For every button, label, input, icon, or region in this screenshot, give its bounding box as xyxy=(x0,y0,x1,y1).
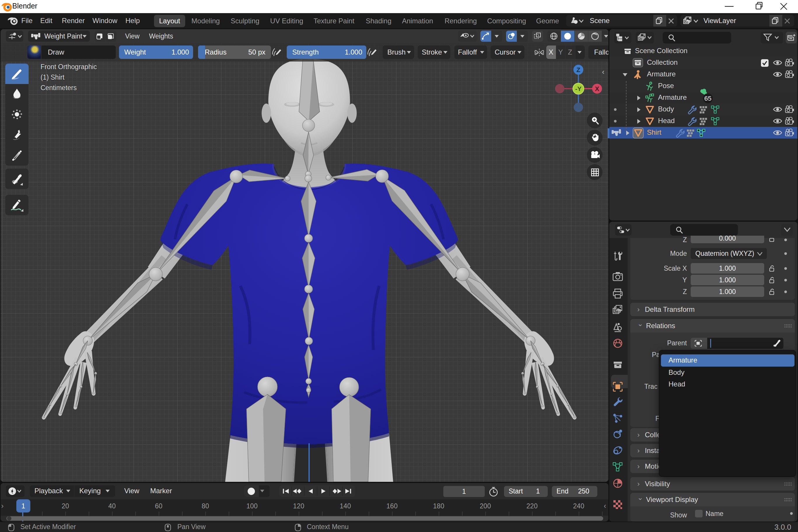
svg-text:65: 65 xyxy=(704,95,711,102)
svg-text:-Y: -Y xyxy=(575,85,582,93)
svg-text:X: X xyxy=(595,85,600,93)
svg-text:Z: Z xyxy=(576,66,580,74)
